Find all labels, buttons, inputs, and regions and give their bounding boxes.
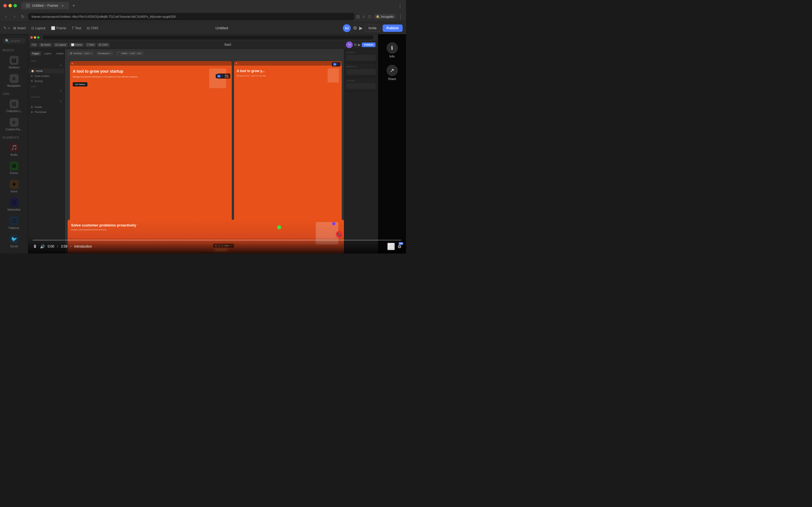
- browser-menu-icon[interactable]: ⋮: [398, 13, 403, 20]
- layout-btn[interactable]: ⊡ Layout: [29, 25, 48, 31]
- publish-btn[interactable]: Publish: [383, 24, 403, 32]
- volume-btn[interactable]: 🔊: [40, 244, 45, 249]
- sidebar-item-icons[interactable]: ★ Icons: [3, 177, 26, 195]
- sidebar-item-interactive[interactable]: ⬡ Interactive: [3, 196, 26, 214]
- inner-toolbar: ↖▾ ⊞ Insert ⊡ Layout ⬜ Frame T Text ⊟ CM…: [28, 41, 378, 49]
- share-icon: ↗: [387, 65, 398, 76]
- traffic-light-yellow[interactable]: [8, 4, 12, 7]
- green-dot: [277, 225, 281, 229]
- basics-section-label: Basics: [3, 49, 26, 52]
- effects-label: Effects: [347, 65, 375, 68]
- back-btn[interactable]: ‹: [3, 14, 9, 19]
- cms-label: CMS: [91, 26, 98, 30]
- inner-effects-section: Effects: [344, 63, 378, 77]
- tab-close-btn[interactable]: ✕: [61, 4, 64, 8]
- inner-layout-btn: ⊡ Layout: [54, 43, 68, 47]
- sidebar-item-audio[interactable]: 🎵 Audio: [3, 141, 26, 159]
- inner-tl-yellow: [34, 36, 36, 39]
- share-btn[interactable]: ↗ Share: [384, 62, 400, 83]
- browser-tab[interactable]: Untitled – Framer ✕: [21, 2, 69, 9]
- canvas-dot: [31, 111, 33, 113]
- progress-bar-container[interactable]: [33, 240, 402, 240]
- desktop-indicator: 🖥 Desktop ~ 1100 +: [68, 51, 94, 55]
- sidebar-item-content-fields[interactable]: ≡ Content Fie...: [3, 115, 26, 133]
- navigation-label: Navigation: [7, 84, 20, 87]
- toolbar-left: ↖ ▾ ⊞ Insert ⊡ Layout ⬜ Frame T Text ⊟ C…: [3, 25, 101, 31]
- address-bar[interactable]: framer.com/projects/Untitled--4lbuYl9xYz…: [28, 13, 354, 20]
- search-label: Search: [10, 39, 20, 43]
- captions-btn[interactable]: ⬜: [388, 243, 395, 250]
- text-btn[interactable]: T Text: [70, 25, 84, 31]
- bookmark-icon[interactable]: ☆: [362, 14, 366, 19]
- insert-icon: ⊞: [13, 26, 16, 30]
- forms-icon: ⊞: [10, 161, 18, 170]
- frame-label: Frame: [56, 26, 66, 30]
- inner-canvas-label: Canvas: [28, 94, 64, 99]
- frame-btn[interactable]: ⬜ Frame: [49, 25, 68, 31]
- traffic-light-green[interactable]: [13, 4, 17, 7]
- pause-btn[interactable]: ⏸: [33, 244, 37, 249]
- toolbar-brand: ↖ ▾: [3, 25, 10, 31]
- forward-btn[interactable]: ›: [11, 14, 17, 19]
- cast-icon[interactable]: ⊡: [356, 14, 360, 19]
- page-dot: [31, 75, 33, 77]
- time-separator: /: [57, 244, 58, 248]
- inner-assets-tab: Assets: [54, 51, 65, 56]
- cms-section-label: CMS: [3, 93, 26, 96]
- sidebar-item-sections[interactable]: ▤ Sections: [3, 54, 26, 71]
- user-avatar[interactable]: SJ: [343, 24, 351, 32]
- framer-screenshot: ↖▾ ⊞ Insert ⊡ Layout ⬜ Frame T Text ⊟ CM…: [28, 34, 378, 253]
- left-sidebar: 🔍 Search Basics ▤ Sections ≡ Navigation …: [0, 34, 28, 253]
- inner-page-home: 🏠 Home: [28, 68, 64, 73]
- layout-controls: [347, 55, 375, 61]
- info-label: Info: [389, 55, 395, 58]
- patterns-icon: ⬡: [10, 216, 18, 225]
- settings-btn[interactable]: ⚙: [353, 25, 357, 31]
- settings-btn[interactable]: ⚙ HD: [398, 244, 402, 249]
- frame-icon: ⬜: [51, 26, 55, 30]
- sidebar-item-patterns[interactable]: ⬡ Patterns: [3, 214, 26, 232]
- navigation-icon: ≡: [10, 74, 18, 83]
- inner-layout-section: Layout: [344, 49, 378, 63]
- tab-title: Untitled – Framer: [32, 4, 58, 8]
- framer-app: ↖ ▾ ⊞ Insert ⊡ Layout ⬜ Frame T Text ⊟ C…: [0, 22, 406, 253]
- main-content: 🔍 Search Basics ▤ Sections ≡ Navigation …: [0, 34, 406, 253]
- refresh-btn[interactable]: ↻: [20, 14, 26, 19]
- collection-label: Collection L.: [6, 110, 22, 113]
- inner-publish-btn: Publish: [362, 43, 375, 47]
- info-btn[interactable]: ℹ Info: [384, 40, 400, 60]
- inner-settings-icon: ⚙: [354, 43, 357, 47]
- layout-icon: ⊡: [31, 26, 34, 30]
- inner-browser-bar: [28, 34, 378, 41]
- invite-btn[interactable]: Invite: [365, 25, 380, 32]
- extensions-icon[interactable]: ⬡: [368, 14, 371, 19]
- new-tab-btn[interactable]: +: [72, 3, 75, 8]
- toolbar-right: SJ ⚙ ▶ Invite Publish: [343, 24, 403, 32]
- brand-dropdown-icon[interactable]: ▾: [8, 26, 10, 30]
- inner-cms-btn: ⊟ CMS: [97, 43, 109, 47]
- cms-btn[interactable]: ⊟ CMS: [85, 25, 101, 31]
- preview-btn[interactable]: ▶: [359, 25, 363, 31]
- chapter-title: Introduction: [74, 244, 92, 248]
- sidebar-item-navigation[interactable]: ≡ Navigation: [3, 72, 26, 90]
- sections-label: Sections: [8, 66, 19, 69]
- sidebar-item-social[interactable]: 🐦 Social: [3, 232, 26, 250]
- card-header: [70, 61, 232, 66]
- sidebar-item-collection[interactable]: ⊟ Collection L.: [3, 97, 26, 115]
- sidebar-item-forms[interactable]: ⊞ Forms: [3, 159, 26, 177]
- insert-label: Insert: [17, 26, 26, 30]
- traffic-light-red[interactable]: [3, 4, 7, 7]
- bottom-headline: Solve customer problems proactively: [71, 223, 205, 228]
- mobile-indicator: 📱 Tablet ~ 1100 ~ 815: [116, 51, 144, 55]
- interactive-icon: ⬡: [10, 198, 18, 207]
- styles-label: Styles: [347, 79, 375, 82]
- browser-more-btn[interactable]: ⋮: [398, 3, 403, 9]
- insert-btn[interactable]: ⊞ Insert: [11, 25, 28, 31]
- current-time: 0:00: [48, 244, 54, 248]
- effects-controls: [347, 69, 375, 75]
- inner-main: Pages Layers Assets Web + 🏠: [28, 49, 378, 253]
- card2-app-badge: ⬡ ⬡: [332, 62, 340, 66]
- address-bar-row: ‹ › ↻ framer.com/projects/Untitled--4lbu…: [0, 11, 406, 22]
- text-icon: T: [72, 26, 74, 30]
- search-bar[interactable]: 🔍 Search: [3, 38, 26, 44]
